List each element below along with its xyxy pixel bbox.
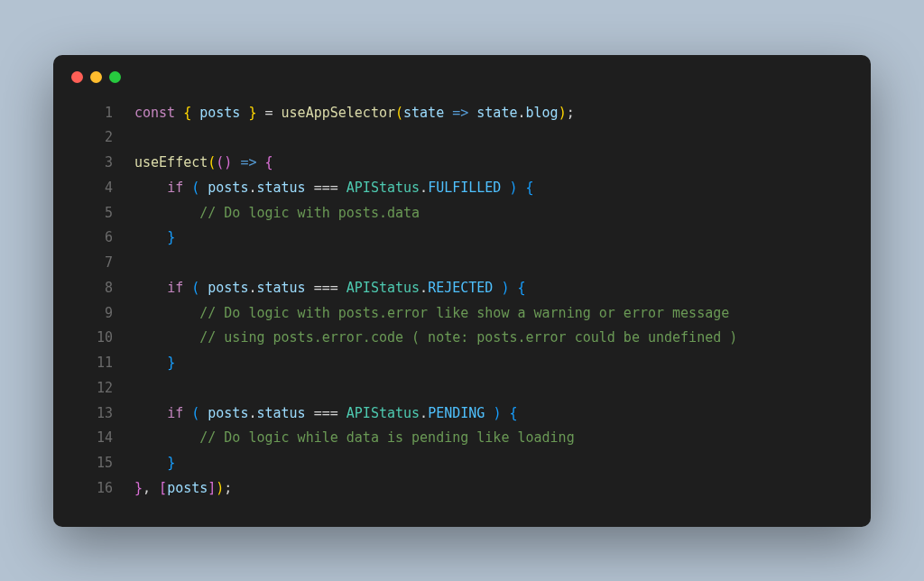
code-line: 9 // Do logic with posts.error like show… bbox=[75, 301, 849, 327]
line-number: 4 bbox=[75, 176, 113, 201]
line-number: 16 bbox=[75, 476, 113, 502]
code-line: 1const { posts } = useAppSelector(state … bbox=[75, 101, 849, 126]
code-line: 11 } bbox=[75, 351, 849, 376]
line-number: 3 bbox=[75, 151, 113, 176]
code-line: 12 bbox=[75, 376, 849, 401]
line-content: // using posts.error.code ( note: posts.… bbox=[134, 326, 737, 351]
code-window: 1const { posts } = useAppSelector(state … bbox=[53, 55, 871, 527]
code-line: 5 // Do logic with posts.data bbox=[75, 201, 849, 226]
line-number: 5 bbox=[75, 201, 113, 226]
line-content: useEffect(() => { bbox=[134, 151, 273, 176]
code-line: 3useEffect(() => { bbox=[75, 151, 849, 176]
code-line: 7 bbox=[75, 251, 849, 276]
line-number: 2 bbox=[75, 125, 113, 151]
line-content: const { posts } = useAppSelector(state =… bbox=[134, 101, 575, 126]
line-number: 14 bbox=[75, 426, 113, 451]
line-number: 8 bbox=[75, 276, 113, 301]
line-number: 11 bbox=[75, 351, 113, 376]
line-content: // Do logic with posts.error like show a… bbox=[134, 301, 729, 327]
code-line: 4 if ( posts.status === APIStatus.FULFIL… bbox=[75, 176, 849, 201]
close-icon[interactable] bbox=[71, 71, 83, 83]
line-number: 12 bbox=[75, 376, 113, 401]
line-number: 7 bbox=[75, 251, 113, 276]
line-content: // Do logic with posts.data bbox=[134, 201, 420, 226]
line-content: // Do logic while data is pending like l… bbox=[134, 426, 575, 451]
code-line: 14 // Do logic while data is pending lik… bbox=[75, 426, 849, 451]
code-line: 13 if ( posts.status === APIStatus.PENDI… bbox=[75, 401, 849, 427]
line-content: if ( posts.status === APIStatus.FULFILLE… bbox=[134, 176, 534, 201]
line-content: } bbox=[134, 351, 175, 376]
code-line: 8 if ( posts.status === APIStatus.REJECT… bbox=[75, 276, 849, 301]
maximize-icon[interactable] bbox=[109, 71, 121, 83]
code-line: 16}, [posts]); bbox=[75, 476, 849, 502]
line-number: 9 bbox=[75, 301, 113, 327]
line-number: 15 bbox=[75, 451, 113, 476]
code-line: 15 } bbox=[75, 451, 849, 476]
line-number: 1 bbox=[75, 101, 113, 126]
code-line: 6 } bbox=[75, 226, 849, 251]
line-number: 6 bbox=[75, 226, 113, 251]
line-content: }, [posts]); bbox=[134, 476, 232, 502]
minimize-icon[interactable] bbox=[90, 71, 102, 83]
code-line: 10 // using posts.error.code ( note: pos… bbox=[75, 326, 849, 351]
line-content: } bbox=[134, 451, 175, 476]
window-titlebar bbox=[53, 55, 871, 90]
line-content: } bbox=[134, 226, 175, 251]
code-editor: 1const { posts } = useAppSelector(state … bbox=[53, 90, 871, 527]
line-number: 10 bbox=[75, 326, 113, 351]
line-content: if ( posts.status === APIStatus.REJECTED… bbox=[134, 276, 526, 301]
line-number: 13 bbox=[75, 401, 113, 427]
line-content: if ( posts.status === APIStatus.PENDING … bbox=[134, 401, 517, 427]
code-line: 2 bbox=[75, 125, 849, 151]
